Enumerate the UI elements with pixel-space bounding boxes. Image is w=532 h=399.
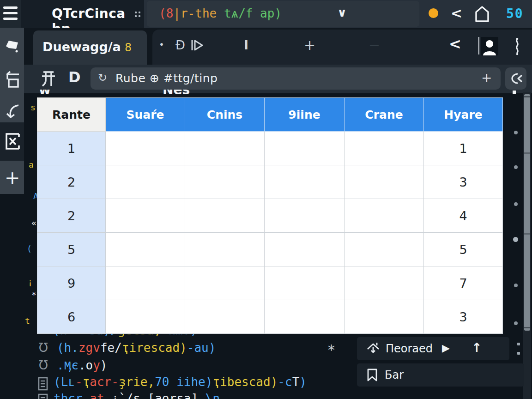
up-arrow-icon[interactable]: ↑ xyxy=(472,340,482,355)
refresh-icon[interactable]: ↻ xyxy=(98,71,107,84)
data-cell[interactable] xyxy=(345,199,424,233)
back-icon[interactable]: < xyxy=(451,5,462,21)
row-index-cell[interactable]: 1 xyxy=(37,132,106,165)
data-cell[interactable] xyxy=(265,300,345,334)
column-header[interactable]: Crane xyxy=(345,98,424,132)
column-header[interactable]: Rante xyxy=(37,98,106,132)
console-line-1: Ʊ (h.zgvfe/ҭirescad)-au) xyxy=(39,341,216,355)
add-icon[interactable]: + xyxy=(5,167,20,188)
tab-active[interactable]: Duewagg/a 8 xyxy=(33,30,147,65)
data-cell[interactable]: 1 xyxy=(424,132,503,165)
data-cell[interactable] xyxy=(345,165,424,199)
flag-icon[interactable] xyxy=(4,39,21,56)
data-cell[interactable] xyxy=(185,266,265,300)
cast-button[interactable] xyxy=(505,67,526,90)
data-cell[interactable]: 7 xyxy=(424,266,503,300)
address-value[interactable]: Rube ⊕ #ttg/tinp xyxy=(115,72,218,85)
minus-icon[interactable]: − xyxy=(369,37,380,53)
toolbar: D ↻ Rube ⊕ #ttg/tinp + xyxy=(24,65,532,93)
play-outline-icon[interactable] xyxy=(190,39,204,52)
share-icon[interactable] xyxy=(473,4,491,24)
column-header[interactable]: Hyare xyxy=(424,98,503,132)
chevron-down-icon[interactable]: ∨ xyxy=(337,6,347,19)
tab-bar: Duewagg/a 8 • Đ I + − < xyxy=(0,28,532,65)
counter-badge[interactable]: 50 xyxy=(506,6,524,21)
column-header[interactable]: 9iine xyxy=(265,98,345,132)
code-segment: tѧ/f ap) xyxy=(224,6,282,20)
data-cell[interactable] xyxy=(345,233,424,266)
data-cell[interactable] xyxy=(185,165,265,199)
row-index-cell[interactable]: 2 xyxy=(37,199,106,233)
list-bullet xyxy=(514,202,518,206)
row-index-cell[interactable]: 6 xyxy=(37,300,106,334)
profile-avatar[interactable] xyxy=(481,37,498,55)
tab-strip-panel xyxy=(152,30,532,65)
table-row: 97 xyxy=(37,266,503,300)
table-row: 24 xyxy=(37,199,503,233)
scrollbar-thumb[interactable] xyxy=(524,94,530,331)
scroll-squiggle-icon[interactable] xyxy=(514,38,521,55)
data-cell[interactable]: 4 xyxy=(424,199,503,233)
play-icon[interactable]: ▶ xyxy=(442,342,450,354)
share-arrow-icon[interactable] xyxy=(5,103,21,121)
code-segment: iihe) xyxy=(176,375,212,389)
column-header[interactable]: Cnins xyxy=(185,98,265,132)
app-window: QTcrCinca bp (8|r-the tѧ/f ap) ∨ < 50 Du… xyxy=(0,0,532,399)
code-segment: fe/ xyxy=(100,341,122,355)
text-cursor-icon[interactable]: I xyxy=(244,38,248,52)
address-bar[interactable]: ↻ Rube ⊕ #ttg/tinp + xyxy=(91,67,501,90)
data-cell[interactable] xyxy=(345,266,424,300)
row-index-cell[interactable]: 9 xyxy=(37,266,106,300)
console-line-3: (Lւ-ҭacr-ҙrie,70 iihe)ҭibescad)-cT) xyxy=(37,375,307,391)
data-cell[interactable]: 3 xyxy=(424,300,503,334)
record-row[interactable]: Пeoraed ▶ ↑ xyxy=(357,337,509,360)
data-cell[interactable] xyxy=(265,233,345,266)
row-index-cell[interactable]: 2 xyxy=(37,165,106,199)
door-glyph-icon[interactable] xyxy=(4,70,21,90)
data-cell[interactable] xyxy=(106,199,185,233)
data-cell[interactable] xyxy=(185,300,265,334)
data-cell[interactable] xyxy=(106,132,185,165)
tab-back-icon[interactable]: < xyxy=(449,35,461,53)
console-line-4: thcr at ¿`/s [aorsa] \n xyxy=(37,392,220,399)
kebab-menu-icon[interactable] xyxy=(517,352,520,355)
list-bullet xyxy=(513,237,518,242)
region-glyph-icon[interactable] xyxy=(4,132,21,151)
data-cell[interactable] xyxy=(345,132,424,165)
data-cell[interactable] xyxy=(106,266,185,300)
data-cell[interactable] xyxy=(106,165,185,199)
column-header[interactable]: Suaŕe xyxy=(106,98,185,132)
data-cell[interactable]: 5 xyxy=(424,233,503,266)
address-add-icon[interactable]: + xyxy=(481,70,492,85)
data-cell[interactable] xyxy=(106,233,185,266)
list-icon xyxy=(37,376,49,391)
data-cell[interactable] xyxy=(265,165,345,199)
data-cell[interactable] xyxy=(265,132,345,165)
status-dot xyxy=(429,8,438,18)
list-bullet xyxy=(514,131,518,134)
code-segment: -au) xyxy=(187,341,216,355)
data-cell[interactable] xyxy=(345,300,424,334)
sidebar-active-block xyxy=(0,122,24,161)
data-cell[interactable] xyxy=(185,132,265,165)
reload-d-icon[interactable]: D xyxy=(68,68,81,86)
tab-badge: 8 xyxy=(125,41,132,54)
upsilon-icon: Ʊ xyxy=(39,341,48,355)
data-cell[interactable] xyxy=(185,199,265,233)
data-table: RanteSuaŕeCnins9iineCraneHyare 112324559… xyxy=(37,97,502,333)
code-segment: - xyxy=(75,375,83,389)
list-bullet xyxy=(514,165,518,169)
data-cell[interactable] xyxy=(265,266,345,300)
data-cell[interactable]: 3 xyxy=(424,165,503,199)
code-segment: (8 xyxy=(159,6,173,20)
kebab-menu-icon[interactable] xyxy=(517,343,520,345)
bar-row[interactable]: Бar xyxy=(357,363,524,387)
panes-icon[interactable] xyxy=(40,69,56,88)
data-cell[interactable] xyxy=(185,233,265,266)
data-cell[interactable] xyxy=(106,300,185,334)
eth-d-icon[interactable]: Đ xyxy=(175,38,185,52)
data-cell[interactable] xyxy=(265,199,345,233)
address-chip[interactable]: (8|r-the tѧ/f ap) ∨ xyxy=(147,1,419,27)
row-index-cell[interactable]: 5 xyxy=(37,233,106,266)
new-tab-icon[interactable]: + xyxy=(304,37,315,53)
